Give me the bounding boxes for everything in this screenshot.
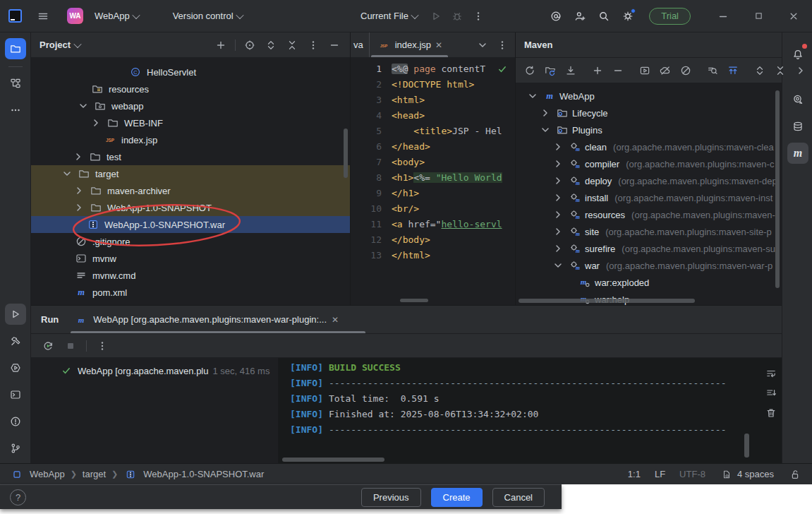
indent-setting[interactable]: 4 spaces <box>720 467 774 482</box>
settings-button[interactable] <box>621 9 635 23</box>
expand-all-button[interactable] <box>753 64 767 78</box>
run-options-button[interactable] <box>95 339 109 353</box>
maven-root-webapp[interactable]: WebApp <box>516 88 782 104</box>
debug-button[interactable] <box>450 9 464 23</box>
tree-row-webapp[interactable]: webapp <box>31 97 350 114</box>
tree-row-pom-xml[interactable]: pom.xml <box>31 284 350 301</box>
maven-plugin-war[interactable]: war(org.apache.maven.plugins:maven-war-p <box>516 257 782 274</box>
tree-row-maven-archiver[interactable]: maven-archiver <box>31 182 350 199</box>
maven-tool-button[interactable]: m <box>787 143 808 164</box>
more-tools-button[interactable] <box>5 100 26 121</box>
tree-row-gitignore[interactable]: .gitignore <box>31 233 350 250</box>
tree-row-index-jsp[interactable]: index.jsp <box>31 131 350 148</box>
editor-horizontal-scrollbar[interactable] <box>400 299 428 302</box>
git-tool-button[interactable] <box>5 438 26 459</box>
project-scrollbar[interactable] <box>344 128 348 178</box>
maven-plugin-resources[interactable]: resources(org.apache.maven.plugins:maven… <box>516 206 782 223</box>
tree-row-web-inf[interactable]: WEB-INF <box>31 114 350 131</box>
collapse-all-button[interactable] <box>773 64 787 78</box>
minimize-button[interactable] <box>716 9 730 23</box>
offline-mode-button[interactable] <box>658 64 672 78</box>
caret-position[interactable]: 1:1 <box>628 469 641 479</box>
cancel-button[interactable]: Cancel <box>492 488 545 507</box>
maven-plugin-compiler[interactable]: compiler(org.apache.maven.plugins:maven-… <box>516 155 782 172</box>
execute-goal-button[interactable] <box>638 64 652 78</box>
add-button[interactable] <box>214 38 228 52</box>
clear-console-button[interactable] <box>764 406 778 420</box>
services-tool-button[interactable] <box>5 357 26 378</box>
maven-profiles-button[interactable] <box>705 64 720 78</box>
close-button[interactable] <box>787 9 801 23</box>
main-menu-button[interactable] <box>36 9 50 23</box>
database-tool-button[interactable] <box>787 116 808 137</box>
breadcrumb-project[interactable]: WebApp <box>30 469 65 479</box>
unlink-maven-project-button[interactable] <box>611 64 625 78</box>
ai-chat-tool-button[interactable] <box>787 89 808 110</box>
tree-row-resources[interactable]: resources <box>31 80 350 97</box>
breadcrumb-target[interactable]: target <box>83 469 106 479</box>
tree-row-helloservlet[interactable]: HelloServlet <box>31 64 350 80</box>
scroll-to-end-button[interactable] <box>764 386 778 400</box>
problems-tool-button[interactable] <box>5 411 26 432</box>
search-everywhere-button[interactable] <box>597 9 611 23</box>
run-tab-webapp[interactable]: WebApp [org.apache.maven.plugins:maven-w… <box>74 313 339 327</box>
generate-sources-button[interactable] <box>543 64 557 78</box>
code-editor[interactable]: 1<%@ page contentT 2<!DOCTYPE html> 3<ht… <box>351 58 515 305</box>
tab-java-file-partial[interactable]: va <box>351 32 370 57</box>
hide-panel-button[interactable] <box>327 38 341 52</box>
maven-plugin-surefire[interactable]: surefire(org.apache.maven.plugins:maven-… <box>516 240 782 257</box>
create-button[interactable]: Create <box>431 488 483 507</box>
tree-row-target[interactable]: target <box>31 165 350 182</box>
run-config-selector[interactable]: Current File <box>356 8 422 24</box>
code-with-me-button[interactable] <box>573 9 587 23</box>
help-button[interactable]: ? <box>10 489 26 506</box>
trial-badge[interactable]: Trial <box>649 8 691 25</box>
maven-plugin-install[interactable]: install(org.apache.maven.plugins:maven-i… <box>516 189 782 206</box>
soft-wrap-button[interactable] <box>764 366 778 381</box>
file-encoding[interactable]: UTF-8 <box>679 469 705 479</box>
close-tab-icon[interactable]: ✕ <box>435 40 442 50</box>
add-maven-project-button[interactable] <box>590 64 605 78</box>
run-task-node[interactable]: WebApp [org.apache.maven.plu 1 sec, 416 … <box>59 364 278 378</box>
tree-row-mvnw[interactable]: mvnw <box>31 250 350 267</box>
maven-node-plugins[interactable]: Plugins <box>516 121 782 138</box>
build-console[interactable]: [INFO]BUILD SUCCESS [INFO]--------------… <box>279 358 761 463</box>
maven-plugin-deploy[interactable]: deploy(org.apache.maven.plugins:maven-de… <box>516 172 782 189</box>
terminal-tool-button[interactable] <box>5 384 26 405</box>
maven-vertical-scrollbar[interactable] <box>775 90 780 288</box>
project-tool-button[interactable] <box>5 38 26 59</box>
skip-tests-button[interactable] <box>679 64 693 78</box>
notifications-button[interactable] <box>787 44 808 65</box>
line-ending[interactable]: LF <box>655 469 665 479</box>
vcs-widget[interactable]: Version control <box>169 8 247 24</box>
tree-row-webapp-snapshot-war[interactable]: WebApp-1.0-SNAPSHOT.war <box>31 216 350 233</box>
lock-open-icon[interactable] <box>788 467 802 482</box>
previous-button[interactable]: Previous <box>361 488 421 507</box>
more-run-options-button[interactable] <box>471 9 485 23</box>
console-vertical-scrollbar[interactable] <box>744 434 749 458</box>
editor-options-button[interactable] <box>495 38 509 52</box>
maximize-button[interactable] <box>751 9 765 23</box>
download-sources-button[interactable] <box>564 64 578 78</box>
maven-goal-war-exploded[interactable]: war:exploded <box>516 274 782 291</box>
ai-assistant-button[interactable] <box>549 9 563 23</box>
close-tab-icon[interactable]: ✕ <box>332 315 339 325</box>
maven-node-lifecycle[interactable]: Lifecycle <box>516 104 782 121</box>
rerun-button[interactable] <box>41 339 55 353</box>
breadcrumb-file[interactable]: WebApp-1.0-SNAPSHOT.war <box>143 469 264 479</box>
tree-row-test[interactable]: test <box>31 148 350 165</box>
run-button[interactable] <box>429 9 443 23</box>
run-tool-button[interactable] <box>5 304 26 325</box>
tab-list-button[interactable] <box>475 38 490 52</box>
stop-button[interactable] <box>63 339 78 353</box>
console-horizontal-scrollbar[interactable] <box>282 458 384 462</box>
structure-tool-button[interactable] <box>5 73 26 94</box>
reload-maven-button[interactable] <box>523 64 537 78</box>
inspections-ok-icon[interactable] <box>495 62 509 76</box>
tree-row-mvnw-cmd[interactable]: mvnw.cmd <box>31 267 350 284</box>
locate-file-button[interactable] <box>243 38 257 52</box>
build-tool-button[interactable] <box>5 330 26 352</box>
more-toolbar-button[interactable] <box>794 64 808 78</box>
maven-goal-war-help[interactable]: war:help <box>516 291 782 305</box>
maven-horizontal-scrollbar[interactable] <box>519 299 695 303</box>
